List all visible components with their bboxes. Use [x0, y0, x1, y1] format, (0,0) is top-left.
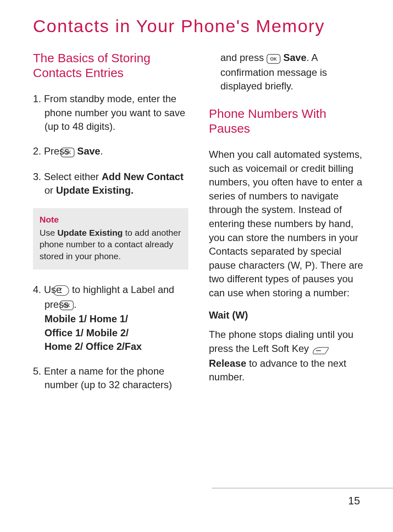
cont-a: and press: [220, 52, 267, 63]
section-heading-basics: The Basics of Storing Contacts Entries: [33, 51, 188, 80]
step-number: 4.: [33, 284, 41, 295]
step-number: 2.: [33, 145, 41, 157]
label-options-line1: Mobile 1/ Home 1/: [44, 313, 128, 324]
section-heading-pauses: Phone Numbers With Pauses: [209, 106, 364, 136]
step-text-c: or: [44, 185, 56, 196]
note-bold: Update Existing: [57, 228, 123, 237]
step-2: 2. Press OK Save.: [33, 144, 188, 159]
wait-heading: Wait (W): [209, 309, 364, 321]
release-label: Release: [209, 358, 246, 369]
step-number: 1.: [33, 93, 41, 104]
svg-text:OK: OK: [270, 56, 277, 61]
step-text: From standby mode, enter the phone numbe…: [44, 93, 185, 132]
svg-rect-2: [53, 286, 69, 295]
step-number: 3.: [33, 171, 41, 182]
wait-a: The phone stops dialing until you press …: [209, 329, 353, 354]
note-body: Use Update Existing to add another phone…: [40, 227, 182, 262]
left-soft-key-icon: [311, 342, 330, 356]
label-options-line2: Office 1/ Mobile 2/: [44, 327, 129, 338]
step-text-c: .: [74, 299, 77, 310]
label-options-line3: Home 2/ Office 2/Fax: [44, 341, 142, 352]
update-existing-label: Update Existing.: [56, 185, 133, 196]
step-text-c: .: [100, 145, 103, 157]
step-text-a: Select either: [44, 171, 102, 182]
note-title: Note: [40, 214, 182, 225]
footer-rule: [212, 488, 393, 488]
pauses-para: When you call automated systems, such as…: [209, 148, 364, 300]
save-label: Save: [75, 145, 101, 157]
step-text: Enter a name for the phone number (up to…: [44, 366, 172, 391]
add-new-contact-label: Add New Contact: [102, 171, 184, 182]
ok-button-icon: OK: [267, 52, 281, 66]
navigation-key-icon: [64, 284, 69, 298]
note-box: Note Use Update Existing to add another …: [33, 208, 188, 270]
left-column: The Basics of Storing Contacts Entries 1…: [33, 51, 188, 403]
page-title: Contacts in Your Phone's Memory: [33, 16, 364, 36]
page-number: 15: [348, 495, 360, 507]
svg-text:OK: OK: [63, 303, 70, 308]
right-column: and press OK Save. A confirmation messag…: [209, 51, 364, 403]
wait-para: The phone stops dialing until you press …: [209, 328, 364, 384]
step-3: 3. Select either Add New Contact or Upda…: [33, 170, 188, 197]
step-4: 4. Use to highlight a Label and press OK…: [33, 283, 188, 354]
step-1: 1. From standby mode, enter the phone nu…: [33, 92, 188, 134]
step-5: 5. Enter a name for the phone number (up…: [33, 364, 188, 392]
svg-text:OK: OK: [64, 150, 71, 155]
step-5-continuation: and press OK Save. A confirmation messag…: [209, 51, 364, 93]
save-label: Save: [281, 52, 306, 63]
step-number: 5.: [33, 366, 41, 377]
